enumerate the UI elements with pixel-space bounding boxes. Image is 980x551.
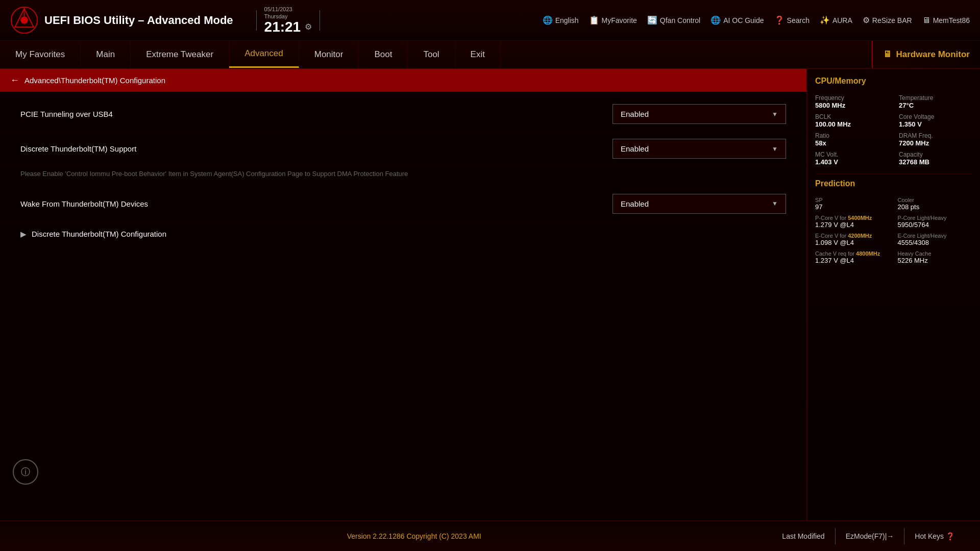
discrete-tb-hint: Please Enable 'Control Iommu Pre-boot Be… bbox=[0, 166, 806, 187]
top-tools: 🌐 English 📋 MyFavorite 🔄 Qfan Control 🌐 … bbox=[543, 15, 970, 25]
pred-ecore-v: E-Core V for 4200MHz 1.098 V @L4 bbox=[815, 233, 890, 246]
svg-point-6 bbox=[20, 16, 28, 24]
settings-icon[interactable]: ⚙ bbox=[305, 22, 312, 32]
globe-icon: 🌐 bbox=[543, 15, 553, 25]
divider-2 bbox=[320, 10, 320, 31]
pred-cooler: Cooler 208 pts bbox=[898, 197, 973, 211]
tool-myfavorite[interactable]: 📋 MyFavorite bbox=[589, 15, 637, 25]
pred-heavy-cache: Heavy Cache 5226 MHz bbox=[898, 251, 973, 264]
hw-monitor-panel: CPU/Memory Frequency 5800 MHz Temperatur… bbox=[806, 69, 980, 520]
hw-corevolt-label: Core Voltage 1.350 V bbox=[899, 113, 972, 128]
wake-tb-dropdown[interactable]: Enabled ▼ bbox=[612, 194, 786, 214]
nav-tool[interactable]: Tool bbox=[408, 41, 455, 68]
hw-dramfreq-label: DRAM Freq. 7200 MHz bbox=[899, 132, 972, 147]
rog-logo bbox=[10, 6, 38, 34]
nav-extreme-tweaker[interactable]: Extreme Tweaker bbox=[131, 41, 229, 68]
nav-hardware-monitor: 🖥 Hardware Monitor bbox=[872, 41, 980, 68]
monitor-icon: 🖥 bbox=[883, 49, 892, 60]
qfan-icon: 🔄 bbox=[647, 15, 657, 25]
hw-mcvolt-label: MC Volt. 1.403 V bbox=[815, 151, 889, 166]
nav-favorites[interactable]: My Favorites bbox=[0, 41, 81, 68]
hw-temp-label: Temperature 27°C bbox=[899, 94, 972, 109]
logo-area: UEFI BIOS Utility – Advanced Mode bbox=[10, 6, 233, 34]
pcie-tunneling-label: PCIE Tunneling over USB4 bbox=[20, 110, 612, 118]
discrete-tb-control: Enabled ▼ bbox=[612, 139, 786, 159]
cpu-memory-title: CPU/Memory bbox=[815, 77, 972, 88]
pred-sp: SP 97 bbox=[815, 197, 890, 211]
info-icon: ⓘ bbox=[21, 466, 30, 478]
nav-bar: My Favorites Main Extreme Tweaker Advanc… bbox=[0, 41, 980, 69]
version-text: Version 2.22.1286 Copyright (C) 2023 AMI bbox=[56, 532, 772, 540]
tool-resizebar[interactable]: ⚙ ReSize BAR bbox=[863, 15, 912, 25]
pred-pcore-v: P-Core V for 5400MHz 1.279 V @L4 bbox=[815, 215, 890, 229]
resizebar-icon: ⚙ bbox=[863, 15, 870, 25]
setting-row-pcie-tunneling: PCIE Tunneling over USB4 Enabled ▼ bbox=[0, 97, 806, 132]
aura-icon: ✨ bbox=[820, 15, 830, 25]
setting-row-wake-tb: Wake From Thunderbolt(TM) Devices Enable… bbox=[0, 187, 806, 221]
time-display: 21:21 bbox=[264, 20, 301, 34]
info-button[interactable]: ⓘ bbox=[13, 459, 38, 485]
aioc-icon: 🌐 bbox=[710, 15, 721, 25]
content-area: ← Advanced\Thunderbolt(TM) Configuration… bbox=[0, 69, 806, 520]
ezmode-btn[interactable]: EzMode(F7)|→ bbox=[835, 528, 904, 544]
dropdown-arrow-3: ▼ bbox=[772, 200, 778, 207]
breadcrumb: ← Advanced\Thunderbolt(TM) Configuration bbox=[0, 69, 806, 92]
dropdown-arrow-1: ▼ bbox=[772, 111, 778, 118]
bottom-bar: Version 2.22.1286 Copyright (C) 2023 AMI… bbox=[0, 520, 980, 551]
last-modified-btn[interactable]: Last Modified bbox=[772, 528, 835, 544]
hw-capacity-label: Capacity 32768 MB bbox=[899, 151, 972, 166]
search-icon: ❓ bbox=[774, 15, 785, 25]
hw-freq-label: Frequency 5800 MHz bbox=[815, 94, 889, 109]
pcie-tunneling-control: Enabled ▼ bbox=[612, 104, 786, 124]
discrete-tb-label: Discrete Thunderbolt(TM) Support bbox=[20, 144, 612, 153]
pred-ecore-lh: E-Core Light/Heavy 4555/4308 bbox=[898, 233, 973, 246]
bottom-buttons: Last Modified EzMode(F7)|→ Hot Keys ❓ bbox=[772, 528, 965, 544]
top-bar: UEFI BIOS Utility – Advanced Mode 05/11/… bbox=[0, 0, 980, 41]
tool-aura[interactable]: ✨ AURA bbox=[820, 15, 852, 25]
discrete-tb-dropdown[interactable]: Enabled ▼ bbox=[612, 139, 786, 159]
datetime-area: 05/11/2023Thursday 21:21 ⚙ bbox=[264, 6, 312, 34]
prediction-section: Prediction SP 97 Cooler 208 pts P-Core V… bbox=[815, 179, 972, 264]
date-display: 05/11/2023Thursday bbox=[264, 6, 292, 19]
myfavorite-icon: 📋 bbox=[589, 15, 599, 25]
tool-memtest[interactable]: 🖥 MemTest86 bbox=[922, 16, 970, 25]
tool-aioc[interactable]: 🌐 AI OC Guide bbox=[710, 15, 764, 25]
bios-title: UEFI BIOS Utility – Advanced Mode bbox=[44, 14, 233, 27]
cpu-memory-grid: Frequency 5800 MHz Temperature 27°C BCLK… bbox=[815, 94, 972, 166]
nav-advanced[interactable]: Advanced bbox=[229, 41, 299, 68]
nav-boot[interactable]: Boot bbox=[359, 41, 408, 68]
hw-ratio-label: Ratio 58x bbox=[815, 132, 889, 147]
tool-english[interactable]: 🌐 English bbox=[543, 15, 579, 25]
nav-exit[interactable]: Exit bbox=[455, 41, 501, 68]
setting-row-discrete-tb: Discrete Thunderbolt(TM) Support Enabled… bbox=[0, 132, 806, 166]
hw-divider bbox=[815, 173, 972, 174]
hot-keys-btn[interactable]: Hot Keys ❓ bbox=[904, 528, 965, 544]
tool-qfan[interactable]: 🔄 Qfan Control bbox=[647, 15, 700, 25]
main-layout: ← Advanced\Thunderbolt(TM) Configuration… bbox=[0, 69, 980, 520]
pred-cache-v: Cache V req for 4800MHz 1.237 V @L4 bbox=[815, 251, 890, 264]
hw-bclk-label: BCLK 100.00 MHz bbox=[815, 113, 889, 128]
prediction-grid: SP 97 Cooler 208 pts P-Core V for 5400MH… bbox=[815, 197, 972, 264]
submenu-expand-icon: ▶ bbox=[20, 230, 27, 239]
wake-tb-control: Enabled ▼ bbox=[612, 194, 786, 214]
pred-pcore-lh: P-Core Light/Heavy 5950/5764 bbox=[898, 215, 973, 229]
breadcrumb-back-arrow[interactable]: ← bbox=[10, 75, 19, 86]
nav-monitor[interactable]: Monitor bbox=[299, 41, 359, 68]
nav-main[interactable]: Main bbox=[81, 41, 131, 68]
hotkeys-icon: ❓ bbox=[946, 532, 954, 540]
wake-tb-label: Wake From Thunderbolt(TM) Devices bbox=[20, 199, 612, 208]
divider-1 bbox=[256, 10, 257, 31]
tool-search[interactable]: ❓ Search bbox=[774, 15, 810, 25]
memtest-icon: 🖥 bbox=[922, 16, 930, 25]
submenu-discrete-tb-config[interactable]: ▶ Discrete Thunderbolt(TM) Configuration bbox=[0, 221, 806, 247]
dropdown-arrow-2: ▼ bbox=[772, 145, 778, 153]
settings-list: PCIE Tunneling over USB4 Enabled ▼ Discr… bbox=[0, 92, 806, 252]
prediction-title: Prediction bbox=[815, 179, 972, 191]
pcie-tunneling-dropdown[interactable]: Enabled ▼ bbox=[612, 104, 786, 124]
